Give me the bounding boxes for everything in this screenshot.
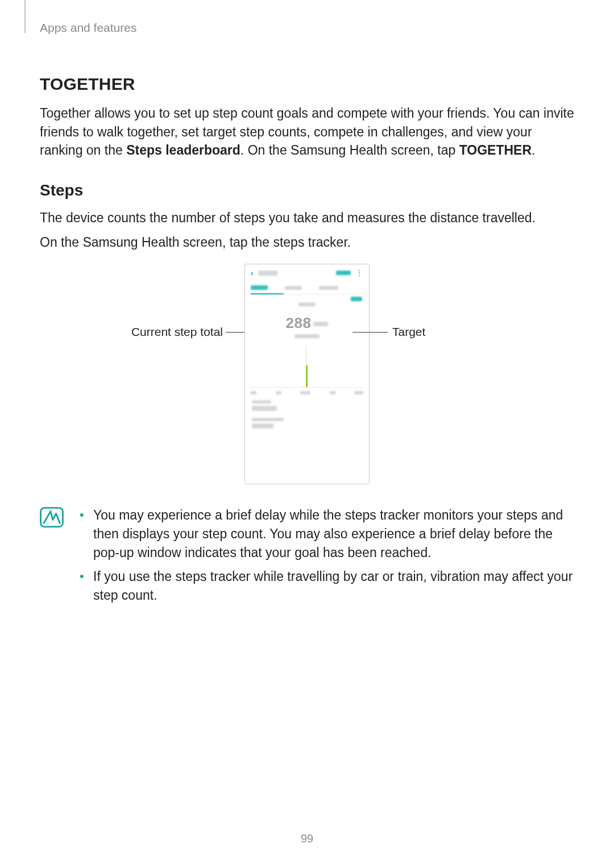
text-span: . On the Samsung Health screen, tap [240,143,459,157]
step-total-value: 288 [286,314,329,332]
note-item: You may experience a brief delay while t… [78,506,574,562]
text-span: . [532,143,535,157]
heading-steps: Steps [40,181,574,200]
phone-tabs [245,281,369,294]
redacted-target [351,297,362,301]
note-list: You may experience a brief delay while t… [78,506,574,610]
redacted-tick [354,391,363,394]
text-bold-leaderboard: Steps leaderboard [126,143,240,157]
redacted-tick [300,391,310,394]
phone-chart-xaxis [245,390,369,394]
phone-stat-row [252,400,362,411]
step-total-number: 288 [286,314,312,331]
more-icon: ⋮ [355,268,363,277]
redacted-value [252,423,273,429]
phone-screenshot: ‹ ⋮ 288 [244,264,370,484]
note-item: If you use the steps tracker while trave… [78,567,574,604]
redacted-label [252,418,284,421]
redacted-action [336,271,351,275]
phone-stat-row [252,418,362,429]
back-chevron-icon: ‹ [251,268,254,277]
redacted-tab [285,286,302,290]
redacted-label [298,302,316,306]
redacted-tick [251,391,256,394]
callout-current-step-total: Current step total [109,325,223,339]
redacted-sub [294,334,320,338]
callout-line-right [352,332,388,333]
paragraph-steps-1: The device counts the number of steps yo… [40,209,574,227]
redacted-tab-active [251,285,268,290]
redacted-title [258,271,277,276]
figure-steps-tracker: Current step total ‹ ⋮ 288 [40,264,574,491]
note-icon [40,507,64,528]
phone-titlebar: ‹ ⋮ [245,264,369,281]
redacted-tick [276,391,281,394]
callout-target: Target [392,325,425,339]
document-page: Apps and features TOGETHER Together allo… [0,0,614,868]
phone-summary: 288 [245,294,369,340]
page-number: 99 [0,832,614,845]
redacted-unit [313,322,328,326]
redacted-label [252,400,271,404]
header-rule [24,0,26,33]
heading-together: TOGETHER [40,74,574,94]
breadcrumb: Apps and features [40,21,574,35]
paragraph-steps-2: On the Samsung Health screen, tap the st… [40,233,574,252]
phone-stat-rows [245,394,369,441]
redacted-tab [319,286,338,290]
paragraph-together: Together allows you to set up step count… [40,104,574,160]
redacted-tick [330,391,335,394]
text-bold-together: TOGETHER [459,143,532,157]
note-block: You may experience a brief delay while t… [40,506,574,610]
phone-bar-chart [251,347,363,388]
chart-marker-line [306,346,307,387]
redacted-value [252,406,277,411]
